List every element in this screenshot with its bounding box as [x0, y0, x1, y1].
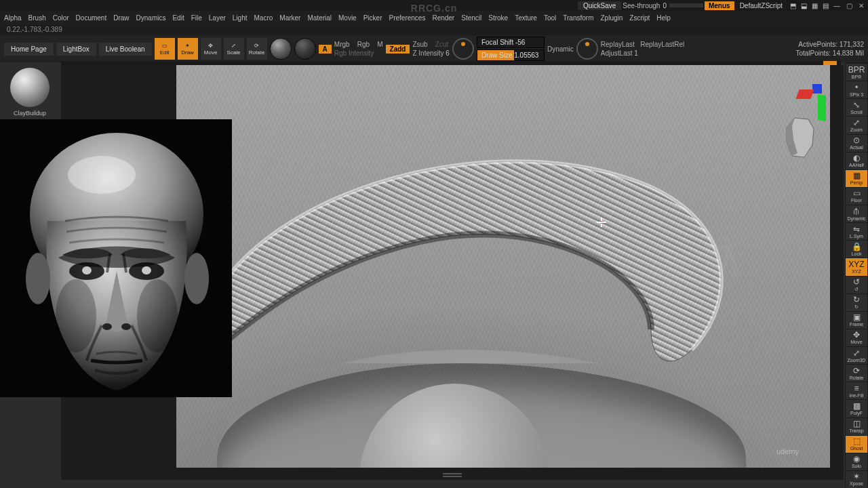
quicksave-button[interactable]: QuickSave: [578, 1, 621, 10]
menu-tool[interactable]: Tool: [544, 14, 556, 22]
minimize-button[interactable]: —: [831, 1, 842, 10]
rightbar-persp[interactable]: ▦Persp: [846, 170, 867, 187]
z-intensity-label: Z Intensity: [412, 49, 443, 57]
axis-x-icon: [795, 89, 814, 99]
svg-point-12: [142, 266, 151, 274]
menu-transform[interactable]: Transform: [563, 14, 593, 22]
m-button[interactable]: M: [377, 41, 382, 48]
menu-light[interactable]: Light: [233, 14, 248, 22]
panel-resize-handle[interactable]: [443, 473, 462, 477]
rightbar-scroll[interactable]: ⤡Scroll: [846, 99, 867, 116]
menu-file[interactable]: File: [191, 14, 202, 22]
layout-b-icon[interactable]: ⬓: [799, 1, 808, 10]
lightbox-button[interactable]: LightBox: [56, 43, 96, 56]
layout-d-icon[interactable]: ▤: [821, 1, 830, 10]
rightbar-l-sym[interactable]: ⇋L.Sym: [846, 223, 867, 240]
activepoints-value: 171,332: [840, 41, 864, 48]
seethrough-label: See-through: [623, 2, 660, 9]
close-button[interactable]: ✕: [856, 1, 867, 10]
menu-document[interactable]: Document: [76, 14, 107, 22]
rightbar-actual[interactable]: ⊙Actual: [846, 135, 867, 152]
layout-a-icon[interactable]: ⬒: [788, 1, 797, 10]
default-zscript[interactable]: DefaultZScript: [736, 1, 787, 10]
dynamic-toggle[interactable]: Dynamic: [547, 45, 574, 53]
zadd-button[interactable]: Zadd: [386, 45, 410, 54]
focal-dial[interactable]: [452, 38, 474, 60]
focal-shift-field[interactable]: Focal Shift -56: [477, 37, 545, 48]
material-sphere[interactable]: [270, 38, 292, 60]
rightbar-rotate[interactable]: ⟳Rotate: [846, 365, 867, 382]
seethrough-value: 0: [663, 2, 667, 9]
adjustlast-value[interactable]: 1: [634, 49, 638, 57]
viewport[interactable]: 素材 RRCG 人人素材 udemy: [176, 65, 830, 468]
rightbar-transp[interactable]: ◫Transp: [846, 418, 867, 435]
rightbar-xpose[interactable]: ✶Xpose: [846, 471, 867, 488]
rightbar-ghost[interactable]: ⬚Ghost: [846, 436, 867, 453]
draw-mode-button[interactable]: ✶Draw: [178, 38, 198, 60]
zsub-button[interactable]: Zsub: [412, 41, 427, 48]
rightbar--[interactable]: ↻↻: [846, 294, 867, 311]
z-intensity-value[interactable]: 6: [446, 49, 450, 57]
rightbar-bpr[interactable]: BPRBPR: [846, 64, 867, 81]
maximize-button[interactable]: ▢: [844, 1, 854, 10]
menu-dynamics[interactable]: Dynamics: [136, 14, 166, 22]
rightbar-zoom3d[interactable]: ⤢Zoom3D: [846, 347, 867, 364]
shader-sphere[interactable]: [294, 38, 316, 60]
menu-zscript[interactable]: Zscript: [629, 14, 650, 22]
menu-picker[interactable]: Picker: [363, 14, 382, 22]
svg-point-17: [68, 156, 136, 194]
menus-toggle[interactable]: Menus: [705, 1, 734, 10]
rightbar-spix-3[interactable]: •SPix 3: [846, 81, 867, 98]
layout-c-icon[interactable]: ▦: [810, 1, 819, 10]
menu-movie[interactable]: Movie: [338, 14, 357, 22]
menu-alpha[interactable]: Alpha: [4, 14, 22, 22]
zcut-button[interactable]: Zcut: [435, 41, 448, 48]
rightbar-ine-fill[interactable]: ≡ine-Fill: [846, 382, 867, 399]
rotate-mode-button[interactable]: ⟳Rotate: [247, 38, 267, 60]
menu-stencil[interactable]: Stencil: [461, 14, 481, 22]
a-tag[interactable]: A: [319, 45, 332, 54]
rightbar-solo[interactable]: ◉Solo: [846, 453, 867, 470]
rgb-button[interactable]: Rgb: [357, 41, 370, 48]
edit-mode-button[interactable]: ▭Edit: [155, 38, 175, 60]
draw-size-field[interactable]: Draw Size 1.05563: [477, 49, 545, 61]
rightbar-floor[interactable]: ▭Floor: [846, 188, 867, 205]
menu-help[interactable]: Help: [656, 14, 671, 22]
menu-draw[interactable]: Draw: [113, 14, 129, 22]
rightbar-aahalf[interactable]: ◐AAHalf: [846, 152, 867, 169]
totalpoints-value: 14.838 Mil: [833, 49, 864, 57]
menu-render[interactable]: Render: [432, 14, 454, 22]
replaylastrel-button[interactable]: ReplayLastRel: [640, 41, 684, 48]
menu-macro[interactable]: Macro: [254, 14, 273, 22]
menu-layer[interactable]: Layer: [209, 14, 226, 22]
rightbar-move[interactable]: ✥Move: [846, 329, 867, 346]
rightbar-lock[interactable]: 🔒Lock: [846, 241, 867, 258]
replaylast-button[interactable]: ReplayLast: [601, 41, 635, 48]
menu-marker[interactable]: Marker: [279, 14, 300, 22]
seethrough-slider[interactable]: [669, 3, 703, 7]
replay-dial[interactable]: [576, 38, 598, 60]
menu-stroke[interactable]: Stroke: [488, 14, 508, 22]
menu-brush[interactable]: Brush: [28, 14, 46, 22]
brush-name: ClayBuildup: [14, 110, 46, 117]
rightbar-frame[interactable]: ▣Frame: [846, 312, 867, 329]
scale-mode-button[interactable]: ⤢Scale: [224, 38, 244, 60]
menu-preferences[interactable]: Preferences: [389, 14, 425, 22]
home-page-button[interactable]: Home Page: [4, 43, 54, 56]
move-mode-button[interactable]: ✥Move: [201, 38, 221, 60]
rightbar-xyz[interactable]: XYZXYZ: [846, 258, 867, 275]
rightbar-dynamic[interactable]: ⫛Dynamic: [846, 205, 867, 222]
mrgb-button[interactable]: Mrgb: [334, 41, 350, 48]
rightbar--[interactable]: ↺↺: [846, 277, 867, 293]
rightbar-zoom[interactable]: ⤢Zoom: [846, 117, 867, 134]
menu-edit[interactable]: Edit: [172, 14, 184, 22]
menu-zplugin[interactable]: Zplugin: [601, 14, 623, 22]
rightbar-polyf[interactable]: ▩PolyF: [846, 400, 867, 417]
nav-gizmo[interactable]: [773, 75, 841, 156]
live-boolean-button[interactable]: Live Boolean: [99, 43, 152, 56]
menu-material[interactable]: Material: [307, 14, 332, 22]
brush-thumbnail[interactable]: [10, 68, 50, 107]
menu-texture[interactable]: Texture: [515, 14, 537, 22]
svg-point-14: [121, 323, 131, 330]
menu-color[interactable]: Color: [53, 14, 69, 22]
